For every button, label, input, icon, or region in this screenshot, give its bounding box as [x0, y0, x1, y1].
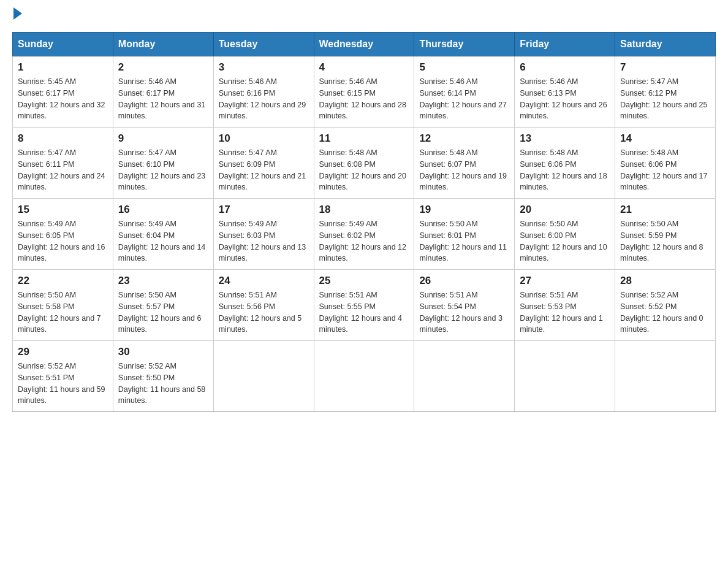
day-info: Sunrise: 5:50 AMSunset: 5:57 PMDaylight:…: [118, 289, 208, 335]
day-info: Sunrise: 5:46 AMSunset: 6:15 PMDaylight:…: [319, 76, 409, 122]
day-number: 25: [319, 275, 409, 287]
day-info: Sunrise: 5:46 AMSunset: 6:17 PMDaylight:…: [118, 76, 208, 122]
day-info: Sunrise: 5:46 AMSunset: 6:14 PMDaylight:…: [419, 76, 509, 122]
calendar-cell: 6Sunrise: 5:46 AMSunset: 6:13 PMDaylight…: [515, 56, 615, 128]
day-number: 27: [520, 275, 610, 287]
week-row-2: 8Sunrise: 5:47 AMSunset: 6:11 PMDaylight…: [13, 128, 716, 199]
day-info: Sunrise: 5:51 AMSunset: 5:56 PMDaylight:…: [219, 289, 309, 335]
calendar-cell: 28Sunrise: 5:52 AMSunset: 5:52 PMDayligh…: [615, 270, 716, 341]
day-info: Sunrise: 5:50 AMSunset: 5:59 PMDaylight:…: [620, 218, 710, 264]
calendar-cell: 2Sunrise: 5:46 AMSunset: 6:17 PMDaylight…: [113, 56, 213, 128]
calendar-cell: 20Sunrise: 5:50 AMSunset: 6:00 PMDayligh…: [515, 199, 615, 270]
column-header-sunday: Sunday: [13, 33, 113, 56]
calendar-cell: 5Sunrise: 5:46 AMSunset: 6:14 PMDaylight…: [414, 56, 515, 128]
day-info: Sunrise: 5:52 AMSunset: 5:51 PMDaylight:…: [18, 361, 108, 407]
calendar-cell: [615, 341, 716, 412]
day-info: Sunrise: 5:50 AMSunset: 6:01 PMDaylight:…: [419, 218, 509, 264]
day-info: Sunrise: 5:50 AMSunset: 6:00 PMDaylight:…: [520, 218, 610, 264]
day-info: Sunrise: 5:48 AMSunset: 6:06 PMDaylight:…: [620, 147, 710, 193]
day-number: 7: [620, 61, 710, 74]
day-info: Sunrise: 5:52 AMSunset: 5:52 PMDaylight:…: [620, 289, 710, 335]
column-header-monday: Monday: [113, 33, 213, 56]
calendar-cell: 4Sunrise: 5:46 AMSunset: 6:15 PMDaylight…: [314, 56, 414, 128]
day-info: Sunrise: 5:48 AMSunset: 6:06 PMDaylight:…: [520, 147, 610, 193]
calendar-cell: [515, 341, 615, 412]
calendar-cell: 24Sunrise: 5:51 AMSunset: 5:56 PMDayligh…: [213, 270, 314, 341]
day-number: 24: [219, 275, 309, 287]
day-number: 29: [18, 346, 108, 358]
calendar-cell: 16Sunrise: 5:49 AMSunset: 6:04 PMDayligh…: [113, 199, 213, 270]
day-info: Sunrise: 5:48 AMSunset: 6:07 PMDaylight:…: [419, 147, 509, 193]
page-header: [12, 12, 716, 20]
calendar-cell: 19Sunrise: 5:50 AMSunset: 6:01 PMDayligh…: [414, 199, 515, 270]
calendar-cell: 12Sunrise: 5:48 AMSunset: 6:07 PMDayligh…: [414, 128, 515, 199]
logo: [12, 12, 22, 20]
day-number: 28: [620, 275, 710, 287]
calendar-cell: 23Sunrise: 5:50 AMSunset: 5:57 PMDayligh…: [113, 270, 213, 341]
day-info: Sunrise: 5:47 AMSunset: 6:11 PMDaylight:…: [18, 147, 108, 193]
day-number: 9: [118, 132, 208, 145]
calendar-cell: 27Sunrise: 5:51 AMSunset: 5:53 PMDayligh…: [515, 270, 615, 341]
day-info: Sunrise: 5:46 AMSunset: 6:13 PMDaylight:…: [520, 76, 610, 122]
calendar-cell: 29Sunrise: 5:52 AMSunset: 5:51 PMDayligh…: [13, 341, 113, 412]
calendar-cell: 21Sunrise: 5:50 AMSunset: 5:59 PMDayligh…: [615, 199, 716, 270]
day-info: Sunrise: 5:50 AMSunset: 5:58 PMDaylight:…: [18, 289, 108, 335]
day-number: 19: [419, 204, 509, 216]
day-info: Sunrise: 5:49 AMSunset: 6:05 PMDaylight:…: [18, 218, 108, 264]
day-info: Sunrise: 5:49 AMSunset: 6:03 PMDaylight:…: [219, 218, 309, 264]
day-number: 22: [18, 275, 108, 287]
day-info: Sunrise: 5:46 AMSunset: 6:16 PMDaylight:…: [219, 76, 309, 122]
calendar-cell: 13Sunrise: 5:48 AMSunset: 6:06 PMDayligh…: [515, 128, 615, 199]
day-number: 26: [419, 275, 509, 287]
day-number: 8: [18, 132, 108, 145]
calendar-cell: 22Sunrise: 5:50 AMSunset: 5:58 PMDayligh…: [13, 270, 113, 341]
column-header-saturday: Saturday: [615, 33, 716, 56]
calendar-table: SundayMondayTuesdayWednesdayThursdayFrid…: [12, 32, 716, 412]
day-number: 2: [118, 61, 208, 74]
calendar-cell: 30Sunrise: 5:52 AMSunset: 5:50 PMDayligh…: [113, 341, 213, 412]
column-header-tuesday: Tuesday: [213, 33, 314, 56]
day-info: Sunrise: 5:51 AMSunset: 5:54 PMDaylight:…: [419, 289, 509, 335]
day-info: Sunrise: 5:52 AMSunset: 5:50 PMDaylight:…: [118, 361, 208, 407]
calendar-cell: 15Sunrise: 5:49 AMSunset: 6:05 PMDayligh…: [13, 199, 113, 270]
day-number: 3: [219, 61, 309, 74]
calendar-cell: [213, 341, 314, 412]
calendar-cell: 14Sunrise: 5:48 AMSunset: 6:06 PMDayligh…: [615, 128, 716, 199]
day-number: 14: [620, 132, 710, 145]
day-number: 11: [319, 132, 409, 145]
calendar-cell: 11Sunrise: 5:48 AMSunset: 6:08 PMDayligh…: [314, 128, 414, 199]
column-header-friday: Friday: [515, 33, 615, 56]
column-headers: SundayMondayTuesdayWednesdayThursdayFrid…: [13, 33, 716, 56]
week-row-4: 22Sunrise: 5:50 AMSunset: 5:58 PMDayligh…: [13, 270, 716, 341]
day-number: 18: [319, 204, 409, 216]
day-info: Sunrise: 5:45 AMSunset: 6:17 PMDaylight:…: [18, 76, 108, 122]
day-number: 30: [118, 346, 208, 358]
day-info: Sunrise: 5:47 AMSunset: 6:12 PMDaylight:…: [620, 76, 710, 122]
day-info: Sunrise: 5:47 AMSunset: 6:10 PMDaylight:…: [118, 147, 208, 193]
column-header-wednesday: Wednesday: [314, 33, 414, 56]
day-number: 10: [219, 132, 309, 145]
calendar-cell: 10Sunrise: 5:47 AMSunset: 6:09 PMDayligh…: [213, 128, 314, 199]
day-info: Sunrise: 5:51 AMSunset: 5:55 PMDaylight:…: [319, 289, 409, 335]
logo-arrow-icon: [13, 7, 22, 20]
week-row-1: 1Sunrise: 5:45 AMSunset: 6:17 PMDaylight…: [13, 56, 716, 128]
calendar-cell: 18Sunrise: 5:49 AMSunset: 6:02 PMDayligh…: [314, 199, 414, 270]
day-number: 16: [118, 204, 208, 216]
day-number: 12: [419, 132, 509, 145]
day-number: 21: [620, 204, 710, 216]
calendar-cell: [414, 341, 515, 412]
day-number: 13: [520, 132, 610, 145]
day-number: 5: [419, 61, 509, 74]
day-info: Sunrise: 5:51 AMSunset: 5:53 PMDaylight:…: [520, 289, 610, 335]
calendar-cell: 26Sunrise: 5:51 AMSunset: 5:54 PMDayligh…: [414, 270, 515, 341]
calendar-cell: 1Sunrise: 5:45 AMSunset: 6:17 PMDaylight…: [13, 56, 113, 128]
calendar-cell: [314, 341, 414, 412]
day-info: Sunrise: 5:49 AMSunset: 6:04 PMDaylight:…: [118, 218, 208, 264]
calendar-cell: 8Sunrise: 5:47 AMSunset: 6:11 PMDaylight…: [13, 128, 113, 199]
day-number: 17: [219, 204, 309, 216]
day-number: 4: [319, 61, 409, 74]
calendar-cell: 9Sunrise: 5:47 AMSunset: 6:10 PMDaylight…: [113, 128, 213, 199]
week-row-5: 29Sunrise: 5:52 AMSunset: 5:51 PMDayligh…: [13, 341, 716, 412]
day-number: 20: [520, 204, 610, 216]
day-number: 1: [18, 61, 108, 74]
